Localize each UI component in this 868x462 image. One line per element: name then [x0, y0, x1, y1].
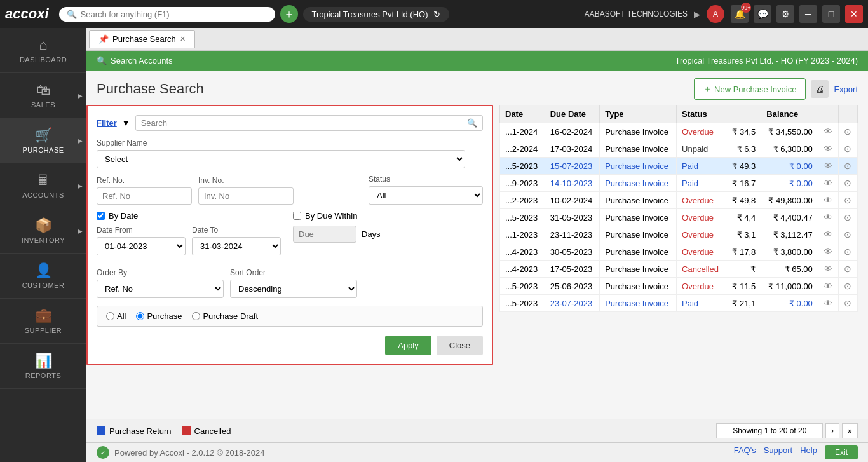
sidebar-item-accounts[interactable]: 🖩 ACCOUNTS ▶ [0, 163, 86, 208]
status-select[interactable]: All Paid Unpaid Overdue Cancelled [369, 186, 483, 205]
cell-menu[interactable]: ⊙ [838, 158, 857, 175]
sidebar-item-dashboard[interactable]: ⌂ DASHBOARD [0, 28, 86, 73]
sort-order-select[interactable]: Descending Ascending [230, 280, 357, 298]
new-purchase-invoice-button[interactable]: ＋ New Purchase Invoice [694, 78, 806, 100]
filter-search-box[interactable]: 🔍 [135, 115, 483, 131]
filter-search-input[interactable] [141, 118, 467, 128]
view-button[interactable]: 👁 [824, 281, 832, 291]
date-to-select[interactable]: 31-03-2024 [192, 237, 281, 255]
date-from-select[interactable]: 01-04-2023 [97, 237, 186, 255]
cell-type[interactable]: Purchase Invoice [600, 175, 677, 192]
view-button[interactable]: 👁 [824, 264, 832, 274]
cell-menu[interactable]: ⊙ [838, 209, 857, 226]
minimize-button[interactable]: ─ [799, 5, 817, 23]
cell-type[interactable]: Purchase Invoice [600, 243, 677, 261]
menu-button[interactable]: ⊙ [844, 281, 851, 291]
radio-purchase[interactable] [136, 312, 144, 320]
view-button[interactable]: 👁 [824, 247, 832, 257]
cell-view[interactable]: 👁 [818, 123, 838, 140]
menu-button[interactable]: ⊙ [844, 264, 851, 274]
cell-menu[interactable]: ⊙ [838, 243, 857, 261]
messages-button[interactable]: 💬 [754, 5, 771, 23]
menu-button[interactable]: ⊙ [844, 247, 851, 257]
global-search-input[interactable] [81, 10, 268, 19]
cell-view[interactable]: 👁 [818, 295, 838, 312]
sidebar-item-inventory[interactable]: 📦 INVENTORY ▶ [0, 208, 86, 254]
radio-purchase-draft[interactable] [192, 312, 200, 320]
view-button[interactable]: 👁 [824, 212, 832, 222]
supplier-name-select[interactable]: Select [97, 150, 465, 168]
cell-type[interactable]: Purchase Invoice [600, 140, 677, 158]
cell-menu[interactable]: ⊙ [838, 123, 857, 140]
support-link[interactable]: Support [764, 445, 793, 459]
tab-purchase-search[interactable]: 📌 Purchase Search ✕ [89, 30, 195, 48]
by-due-within-checkbox[interactable] [293, 212, 301, 220]
radio-all[interactable] [106, 312, 114, 320]
help-link[interactable]: Help [800, 445, 817, 459]
cell-menu[interactable]: ⊙ [838, 175, 857, 192]
settings-button[interactable]: ⚙ [776, 5, 794, 23]
cell-view[interactable]: 👁 [818, 261, 838, 278]
radio-all-label[interactable]: All [106, 311, 126, 321]
filter-label[interactable]: Filter [97, 118, 117, 128]
cell-type[interactable]: Purchase Invoice [600, 278, 677, 295]
cell-menu[interactable]: ⊙ [838, 295, 857, 312]
sidebar-item-supplier[interactable]: 💼 SUPPLIER [0, 299, 86, 344]
cell-menu[interactable]: ⊙ [838, 226, 857, 243]
export-button[interactable]: Export [834, 85, 858, 94]
cell-view[interactable]: 👁 [818, 278, 838, 295]
page-info[interactable] [716, 423, 823, 438]
inv-no-input[interactable] [198, 187, 294, 205]
add-button[interactable]: ＋ [280, 5, 298, 23]
menu-button[interactable]: ⊙ [844, 229, 851, 240]
company-selector[interactable]: Tropical Treasures Pvt Ltd.(HO) ↻ [303, 7, 449, 22]
cell-view[interactable]: 👁 [818, 226, 838, 243]
cell-type[interactable]: Purchase Invoice [600, 295, 677, 312]
due-within-input[interactable] [293, 226, 356, 243]
menu-button[interactable]: ⊙ [844, 126, 851, 137]
print-button[interactable]: 🖨 [811, 80, 829, 98]
close-filter-button[interactable]: Close [437, 336, 483, 355]
by-date-checkbox[interactable] [97, 212, 105, 220]
cell-view[interactable]: 👁 [818, 243, 838, 261]
cell-view[interactable]: 👁 [818, 175, 838, 192]
menu-button[interactable]: ⊙ [844, 144, 851, 154]
cell-type[interactable]: Purchase Invoice [600, 209, 677, 226]
view-button[interactable]: 👁 [824, 298, 832, 308]
sidebar-item-sales[interactable]: 🛍 SALES ▶ [0, 73, 86, 118]
menu-button[interactable]: ⊙ [844, 161, 851, 171]
view-button[interactable]: 👁 [824, 144, 832, 154]
cell-menu[interactable]: ⊙ [838, 192, 857, 209]
global-search-box[interactable]: 🔍 [59, 7, 275, 22]
last-page-button[interactable]: » [842, 423, 858, 438]
apply-button[interactable]: Apply [385, 336, 431, 355]
cell-type[interactable]: Purchase Invoice [600, 192, 677, 209]
cell-type[interactable]: Purchase Invoice [600, 261, 677, 278]
cell-menu[interactable]: ⊙ [838, 261, 857, 278]
cell-type[interactable]: Purchase Invoice [600, 123, 677, 140]
tab-close-button[interactable]: ✕ [180, 35, 186, 43]
filter-dropdown-button[interactable]: ▼ [122, 118, 130, 128]
cell-menu[interactable]: ⊙ [838, 278, 857, 295]
by-date-label[interactable]: By Date [109, 211, 138, 221]
maximize-button[interactable]: □ [822, 5, 840, 23]
search-accounts-button[interactable]: 🔍 Search Accounts [97, 56, 173, 65]
exit-button[interactable]: Exit [825, 445, 858, 459]
ref-no-input[interactable] [97, 187, 192, 205]
view-button[interactable]: 👁 [824, 126, 832, 137]
menu-button[interactable]: ⊙ [844, 212, 851, 222]
cell-view[interactable]: 👁 [818, 140, 838, 158]
view-button[interactable]: 👁 [824, 229, 832, 240]
menu-button[interactable]: ⊙ [844, 195, 851, 205]
view-button[interactable]: 👁 [824, 161, 832, 171]
cell-view[interactable]: 👁 [818, 209, 838, 226]
view-button[interactable]: 👁 [824, 178, 832, 188]
sidebar-item-reports[interactable]: 📊 REPORTS [0, 344, 86, 389]
radio-purchase-draft-label[interactable]: Purchase Draft [192, 311, 258, 321]
menu-button[interactable]: ⊙ [844, 178, 851, 188]
cell-view[interactable]: 👁 [818, 192, 838, 209]
view-button[interactable]: 👁 [824, 195, 832, 205]
sidebar-item-purchase[interactable]: 🛒 PURCHASE ▶ [0, 118, 86, 163]
sidebar-item-customer[interactable]: 👤 CUSTOMER [0, 254, 86, 299]
avatar[interactable]: A [707, 5, 724, 23]
